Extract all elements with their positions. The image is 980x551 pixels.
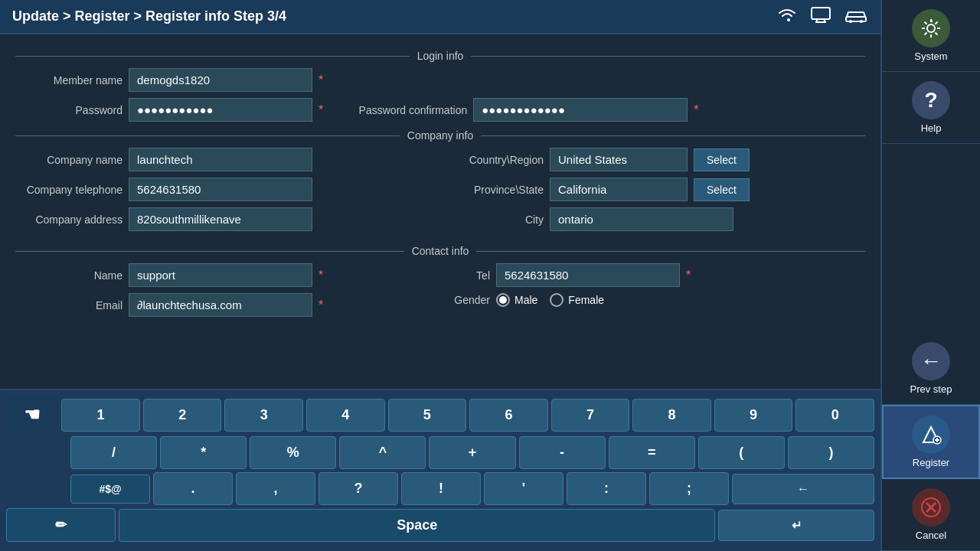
key-7[interactable]: 7 xyxy=(551,399,630,432)
male-radio[interactable]: Male xyxy=(496,293,537,307)
svg-line-14 xyxy=(925,33,927,35)
contact-section: Name * Email * Tel * Gender xyxy=(15,263,865,323)
form-area: Login info Member name * Password * Pass… xyxy=(0,34,880,389)
key-colon[interactable]: : xyxy=(567,472,646,505)
register-icon xyxy=(912,416,950,454)
key-hashsignat[interactable]: #$@ xyxy=(70,474,150,504)
car-icon xyxy=(844,6,868,27)
member-name-input[interactable] xyxy=(129,68,312,92)
key-4[interactable]: 4 xyxy=(306,399,385,432)
login-info-divider: Login info xyxy=(15,50,865,62)
key-lparen[interactable]: ( xyxy=(698,436,785,469)
company-tel-input[interactable] xyxy=(129,178,312,201)
key-0[interactable]: 0 xyxy=(795,399,874,432)
help-button[interactable]: ? Help xyxy=(882,72,980,144)
password-confirm-input[interactable] xyxy=(473,98,688,122)
prev-step-label: Prev step xyxy=(910,383,952,395)
city-input[interactable] xyxy=(550,207,733,231)
svg-point-7 xyxy=(927,24,935,32)
contact-email-input[interactable] xyxy=(129,293,312,317)
key-minus[interactable]: - xyxy=(519,436,606,469)
female-radio-circle xyxy=(550,293,564,307)
contact-email-row: Email * xyxy=(15,293,436,317)
key-semicolon[interactable]: ; xyxy=(649,472,729,505)
company-name-input[interactable] xyxy=(129,148,312,171)
key-6[interactable]: 6 xyxy=(469,399,548,432)
country-select-button[interactable]: Select xyxy=(694,148,750,171)
key-1[interactable]: 1 xyxy=(61,399,140,432)
member-name-label: Member name xyxy=(15,74,122,86)
company-name-row: Company name xyxy=(15,148,436,171)
register-label: Register xyxy=(913,457,949,468)
gender-label: Gender xyxy=(444,294,490,306)
keyboard-row-space: ✏ Space ↵ xyxy=(6,508,874,542)
company-addr-input[interactable] xyxy=(129,207,312,231)
company-section: Company name Company telephone Company a… xyxy=(15,148,865,237)
key-exclaim[interactable]: ! xyxy=(401,472,481,505)
province-row: Province\State Select xyxy=(444,178,865,201)
key-equals[interactable]: = xyxy=(609,436,695,469)
contact-right-col: Tel * Gender Male Female xyxy=(436,263,865,323)
keyboard-row-symbols2: #$@ . , ? ! ' : ; ← xyxy=(6,472,874,505)
gender-row: Gender Male Female xyxy=(444,293,865,307)
panel-spacer xyxy=(882,144,980,333)
system-label: System xyxy=(914,51,947,62)
key-slash[interactable]: / xyxy=(70,436,157,469)
key-question[interactable]: ? xyxy=(318,472,398,505)
country-input[interactable] xyxy=(550,148,688,171)
key-caret[interactable]: ^ xyxy=(339,436,426,469)
key-3[interactable]: 3 xyxy=(224,399,303,432)
keyboard-area: ☚ 1 2 3 4 5 6 7 8 9 0 / * % ^ + - = ( ) xyxy=(0,389,880,551)
male-label: Male xyxy=(514,294,537,306)
monitor-icon xyxy=(810,6,831,27)
svg-line-13 xyxy=(936,33,938,35)
key-2[interactable]: 2 xyxy=(143,399,222,432)
password-confirm-required: * xyxy=(694,103,698,117)
member-name-row: Member name * xyxy=(15,68,865,92)
female-radio[interactable]: Female xyxy=(550,293,604,307)
system-button[interactable]: System xyxy=(882,0,980,72)
svg-line-15 xyxy=(936,22,938,24)
enter-key[interactable]: ↵ xyxy=(718,510,874,541)
key-8[interactable]: 8 xyxy=(632,399,711,432)
company-right-col: Country\Region Select Province\State Sel… xyxy=(436,148,865,237)
password-input[interactable] xyxy=(129,98,312,122)
password-confirm-label: Password confirmation xyxy=(329,104,467,116)
hand-key[interactable]: ☚ xyxy=(6,396,58,433)
space-key[interactable]: Space xyxy=(119,509,715,542)
right-panel: System ? Help ← Prev step Register xyxy=(880,0,980,551)
key-apostrophe[interactable]: ' xyxy=(484,472,564,505)
wifi-icon xyxy=(776,6,798,27)
password-label: Password xyxy=(15,104,122,116)
contact-name-label: Name xyxy=(15,269,122,282)
keyboard-row-numbers: ☚ 1 2 3 4 5 6 7 8 9 0 xyxy=(6,396,874,433)
key-plus[interactable]: + xyxy=(429,436,515,469)
password-row: Password * Password confirmation * xyxy=(15,98,865,122)
password-required: * xyxy=(318,103,323,117)
system-icon xyxy=(912,9,950,47)
province-select-button[interactable]: Select xyxy=(694,178,750,201)
key-asterisk[interactable]: * xyxy=(160,436,247,469)
company-name-label: Company name xyxy=(15,154,122,166)
key-percent[interactable]: % xyxy=(250,436,336,469)
male-radio-circle xyxy=(496,293,510,307)
key-9[interactable]: 9 xyxy=(714,399,793,432)
city-row: City xyxy=(444,207,865,231)
key-5[interactable]: 5 xyxy=(388,399,467,432)
key-comma[interactable]: , xyxy=(236,472,315,505)
pencil-key[interactable]: ✏ xyxy=(6,508,116,542)
company-tel-row: Company telephone xyxy=(15,178,436,201)
contact-name-input[interactable] xyxy=(129,263,312,287)
female-label: Female xyxy=(568,294,604,306)
key-period[interactable]: . xyxy=(153,472,233,505)
register-button[interactable]: Register xyxy=(882,405,980,479)
province-input[interactable] xyxy=(550,178,688,201)
contact-email-label: Email xyxy=(15,299,122,311)
contact-tel-input[interactable] xyxy=(496,263,680,287)
province-label: Province\State xyxy=(444,184,544,196)
cancel-button[interactable]: Cancel xyxy=(882,479,980,551)
gender-radio-group: Male Female xyxy=(496,293,604,307)
key-rparen[interactable]: ) xyxy=(788,436,874,469)
prev-step-button[interactable]: ← Prev step xyxy=(882,333,980,405)
key-backspace-row3[interactable]: ← xyxy=(732,474,874,504)
